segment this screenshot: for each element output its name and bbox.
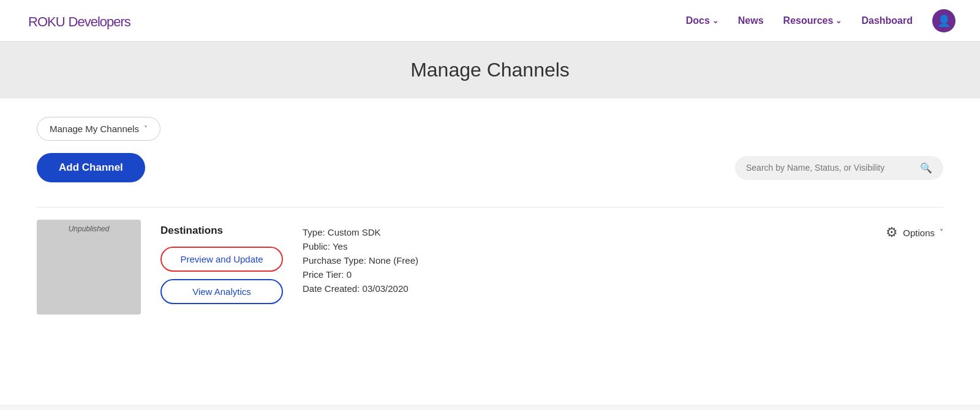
channel-type: Type: Custom SDK bbox=[303, 227, 866, 237]
page-title: Manage Channels bbox=[0, 59, 980, 81]
developers-label: Developers bbox=[69, 14, 130, 29]
search-icon: 🔍 bbox=[920, 162, 932, 174]
nav-news[interactable]: News bbox=[738, 15, 764, 26]
channel-card: Unpublished Destinations Preview and Upd… bbox=[37, 207, 943, 327]
destinations-heading: Destinations bbox=[160, 225, 283, 237]
channel-public: Public: Yes bbox=[303, 241, 866, 252]
actions-row: Add Channel 🔍 bbox=[37, 153, 943, 182]
search-input[interactable] bbox=[746, 163, 915, 173]
unpublished-label: Unpublished bbox=[69, 225, 110, 233]
docs-chevron-icon: ⌄ bbox=[712, 17, 718, 25]
channel-destinations: Destinations Preview and Update View Ana… bbox=[160, 220, 283, 304]
navbar-right: Docs ⌄ News Resources ⌄ Dashboard 👤 bbox=[686, 9, 956, 32]
roku-wordmark: ROKU bbox=[28, 14, 65, 29]
channel-date-created: Date Created: 03/03/2020 bbox=[303, 283, 866, 294]
view-analytics-button[interactable]: View Analytics bbox=[160, 279, 283, 304]
search-box: 🔍 bbox=[735, 156, 943, 180]
manage-my-channels-dropdown[interactable]: Manage My Channels ˅ bbox=[37, 117, 160, 141]
page-header: Manage Channels bbox=[0, 42, 980, 99]
channel-info: Type: Custom SDK Public: Yes Purchase Ty… bbox=[303, 220, 866, 294]
channel-purchase-type: Purchase Type: None (Free) bbox=[303, 255, 866, 266]
avatar-icon: 👤 bbox=[937, 14, 951, 28]
nav-dashboard[interactable]: Dashboard bbox=[861, 15, 913, 26]
channel-price-tier: Price Tier: 0 bbox=[303, 269, 866, 280]
nav-resources[interactable]: Resources ⌄ bbox=[783, 15, 842, 26]
add-channel-button[interactable]: Add Channel bbox=[37, 153, 145, 182]
nav-docs[interactable]: Docs ⌄ bbox=[686, 15, 718, 26]
channel-selector-caret-icon: ˅ bbox=[144, 125, 148, 133]
gear-icon: ⚙ bbox=[886, 225, 898, 240]
navbar: ROKUDevelopers Docs ⌄ News Resources ⌄ D… bbox=[0, 0, 980, 42]
preview-and-update-button[interactable]: Preview and Update bbox=[160, 247, 283, 272]
navbar-left: ROKUDevelopers bbox=[24, 11, 130, 31]
roku-logo[interactable]: ROKUDevelopers bbox=[24, 11, 130, 31]
channel-selector-label: Manage My Channels bbox=[50, 124, 139, 134]
main-content: Manage My Channels ˅ Add Channel 🔍 Unpub… bbox=[0, 99, 980, 404]
resources-chevron-icon: ⌄ bbox=[835, 17, 842, 25]
channel-thumbnail: Unpublished bbox=[37, 220, 141, 315]
user-avatar[interactable]: 👤 bbox=[932, 9, 956, 32]
channel-options-menu[interactable]: ⚙ Options ˅ bbox=[886, 220, 943, 240]
options-caret-icon: ˅ bbox=[940, 228, 943, 237]
options-label: Options bbox=[903, 228, 935, 238]
